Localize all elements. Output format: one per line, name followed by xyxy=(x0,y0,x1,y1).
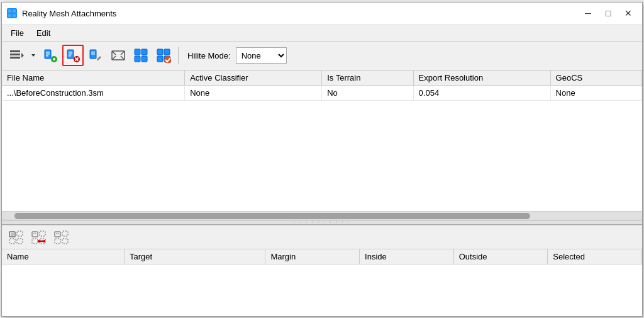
close-button[interactable]: ✕ xyxy=(619,6,637,21)
svg-rect-36 xyxy=(142,56,147,62)
col-active-classifier: Active Classifier xyxy=(185,71,322,86)
add-attachment-icon xyxy=(43,48,58,63)
svg-rect-34 xyxy=(142,49,147,55)
svg-rect-5 xyxy=(10,54,20,55)
toolbar-separator-1 xyxy=(178,47,179,64)
lower-col-inside: Inside xyxy=(360,249,454,264)
list-dropdown-button[interactable] xyxy=(28,45,38,66)
lower-panel: Name Target Margin Inside Outside Select… xyxy=(2,225,642,316)
upper-table-area[interactable]: File Name Active Classifier Is Terrain E… xyxy=(2,71,642,211)
view-attachment-button[interactable] xyxy=(108,45,129,66)
svg-rect-11 xyxy=(46,54,50,55)
grid-view-icon xyxy=(133,48,148,63)
cell-file-name: ...\BeforeConstruction.3sm xyxy=(2,85,185,100)
svg-rect-12 xyxy=(46,55,48,57)
apply-button[interactable] xyxy=(153,45,174,66)
svg-line-31 xyxy=(112,56,116,60)
col-file-name: File Name xyxy=(2,71,185,86)
main-window: Reality Mesh Attachments ─ □ ✕ File Edit xyxy=(1,2,643,317)
delete-attachment-button[interactable] xyxy=(62,45,84,66)
upper-panel: File Name Active Classifier Is Terrain E… xyxy=(2,71,642,211)
edit-attachment-button[interactable] xyxy=(85,45,106,66)
col-is-terrain: Is Terrain xyxy=(322,71,413,86)
menu-bar: File Edit xyxy=(2,25,642,42)
svg-rect-50 xyxy=(32,232,38,237)
svg-marker-7 xyxy=(21,53,24,58)
minimize-button[interactable]: ─ xyxy=(579,6,597,21)
lower-table-header-row: Name Target Margin Inside Outside Select… xyxy=(2,249,642,264)
svg-marker-8 xyxy=(31,54,35,57)
grid-view-button[interactable] xyxy=(130,45,152,66)
cell-is-terrain: No xyxy=(322,85,413,100)
svg-rect-47 xyxy=(17,231,23,236)
maximize-button[interactable]: □ xyxy=(599,6,617,21)
window-title: Reality Mesh Attachments xyxy=(22,9,116,18)
cell-export-resolution: 0.054 xyxy=(413,85,550,100)
title-controls: ─ □ ✕ xyxy=(579,6,637,21)
svg-rect-53 xyxy=(32,239,38,244)
svg-rect-3 xyxy=(13,14,16,17)
lower-col-name: Name xyxy=(2,249,125,264)
svg-rect-59 xyxy=(62,231,68,236)
svg-rect-6 xyxy=(10,57,20,59)
svg-rect-60 xyxy=(55,239,60,244)
menu-file[interactable]: File xyxy=(4,27,30,39)
lower-col-selected: Selected xyxy=(548,249,642,264)
add-attachment-button[interactable] xyxy=(40,45,61,66)
view-attachment-icon xyxy=(111,48,126,63)
svg-rect-19 xyxy=(69,55,71,57)
lower-col-target: Target xyxy=(125,249,265,264)
dropdown-arrow-icon xyxy=(30,52,36,59)
main-content: File Name Active Classifier Is Terrain E… xyxy=(2,71,642,316)
lower-table: Name Target Margin Inside Outside Select… xyxy=(2,249,642,264)
cell-geocs: None xyxy=(550,85,641,100)
delete-region-icon xyxy=(31,229,47,244)
svg-rect-4 xyxy=(10,50,20,52)
horizontal-scrollbar[interactable] xyxy=(2,211,642,220)
list-view-icon xyxy=(9,48,24,63)
scrollbar-thumb[interactable] xyxy=(14,213,530,219)
svg-rect-18 xyxy=(69,54,72,55)
hilite-mode-select[interactable]: None All Selected xyxy=(236,47,287,64)
lower-col-margin: Margin xyxy=(265,249,360,264)
svg-rect-48 xyxy=(9,239,15,244)
svg-rect-61 xyxy=(62,239,68,244)
svg-line-29 xyxy=(112,51,116,55)
col-geocs: GeoCS xyxy=(550,71,641,86)
svg-rect-49 xyxy=(17,239,23,244)
list-view-button[interactable] xyxy=(6,45,27,66)
svg-rect-17 xyxy=(69,52,72,53)
svg-rect-24 xyxy=(91,52,95,53)
add-region-icon xyxy=(9,229,24,244)
svg-rect-2 xyxy=(8,14,11,17)
cell-active-classifier: None xyxy=(185,85,322,100)
svg-rect-57 xyxy=(55,232,60,237)
menu-edit[interactable]: Edit xyxy=(30,27,57,39)
title-bar-left: Reality Mesh Attachments xyxy=(7,8,116,18)
svg-rect-25 xyxy=(91,54,95,55)
upper-table-header-row: File Name Active Classifier Is Terrain E… xyxy=(2,71,642,86)
svg-rect-0 xyxy=(8,9,11,13)
table-row[interactable]: ...\BeforeConstruction.3sm None No 0.054… xyxy=(2,85,642,100)
title-bar: Reality Mesh Attachments ─ □ ✕ xyxy=(2,3,642,25)
svg-rect-38 xyxy=(164,49,170,55)
svg-rect-37 xyxy=(157,49,163,55)
edit-region-button[interactable] xyxy=(51,226,72,247)
delete-region-button[interactable] xyxy=(28,226,50,247)
svg-line-32 xyxy=(121,56,125,60)
svg-rect-1 xyxy=(13,9,16,13)
svg-rect-39 xyxy=(157,56,163,62)
panel-divider[interactable]: · · · · · · · · · · xyxy=(2,220,642,225)
svg-rect-52 xyxy=(40,231,45,236)
add-region-button[interactable] xyxy=(6,226,27,247)
edit-region-icon xyxy=(54,229,69,244)
apply-icon xyxy=(156,48,171,63)
edit-attachment-icon xyxy=(88,48,103,63)
svg-marker-26 xyxy=(97,56,101,60)
lower-table-area[interactable]: Name Target Margin Inside Outside Select… xyxy=(2,249,642,316)
col-export-resolution: Export Resolution xyxy=(413,71,550,86)
hilite-mode-label: Hilite Mode: xyxy=(187,51,231,60)
lower-col-outside: Outside xyxy=(453,249,548,264)
svg-rect-33 xyxy=(135,49,140,55)
svg-rect-35 xyxy=(135,56,140,62)
